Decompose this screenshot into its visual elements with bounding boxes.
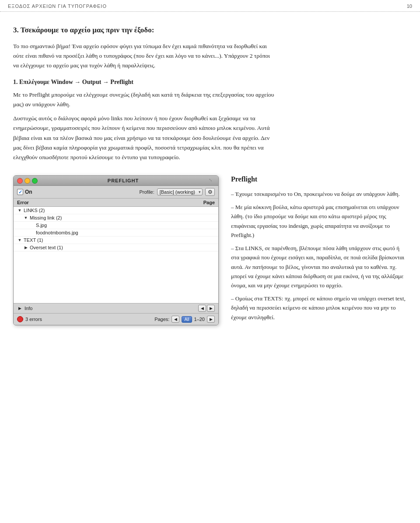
- sub-heading: 1. Επιλέγουμε Window → Output → Prefligh…: [13, 79, 407, 86]
- dialog-toolbar: ✓ On Profile: [Basic] (working) ▾ ⚙: [14, 186, 218, 199]
- error-count: 3 errors: [25, 317, 42, 322]
- minimize-button[interactable]: [24, 178, 30, 184]
- body-para-3: Δυστυχώς αυτός ο διάλογος αφορά μόνο lin…: [13, 114, 276, 162]
- pages-all-button[interactable]: All: [182, 316, 192, 323]
- pages-next-icon[interactable]: ▶: [207, 316, 215, 323]
- lower-section: PREFLIGHT ⤡ ✓ On Profile: [Basic] (worki…: [13, 175, 407, 325]
- on-checkbox[interactable]: ✓: [17, 189, 23, 195]
- body-para-2: Με το Preflight μπορούμε να ελέγχουμε συ…: [13, 90, 276, 110]
- right-col-text-1: – Έχουμε τσεκαρισμένο το On, προκειμένου…: [231, 189, 400, 199]
- nav-prev-icon[interactable]: ◀: [198, 305, 206, 312]
- settings-icon: ⚙: [208, 189, 213, 195]
- toggle-icon: [29, 223, 35, 228]
- titlebar-controls: [17, 178, 38, 184]
- dialog-titlebar: PREFLIGHT ⤡: [14, 176, 218, 186]
- info-row: ▶ Info ◀ ▶: [14, 303, 218, 313]
- table-row[interactable]: ▼ Missing link (2): [14, 214, 218, 222]
- section-heading: 3. Τσεκάρουμε το αρχείο μας πριν την έξο…: [13, 25, 407, 35]
- col-header-page: Page: [189, 200, 215, 205]
- right-col-item-1: – Έχουμε τσεκαρισμένο το On, προκειμένου…: [231, 189, 407, 199]
- profile-label: Profile:: [139, 189, 154, 195]
- profile-value: [Basic] (working): [160, 189, 195, 195]
- profile-icon-button[interactable]: ⚙: [205, 188, 215, 196]
- row-label: Missing link (2): [30, 215, 189, 220]
- preflight-dialog: PREFLIGHT ⤡ ✓ On Profile: [Basic] (worki…: [13, 175, 219, 325]
- toggle-icon[interactable]: ▼: [17, 237, 22, 243]
- right-col-title: Preflight: [231, 175, 407, 183]
- toggle-icon[interactable]: ▼: [17, 208, 22, 213]
- page-header: ΕΞΟΔΟΣ ΑΡΧΕΙΩΝ ΓΙΑ ΤΥΠΟΓΡΑΦΕΙΟ 10: [0, 0, 420, 12]
- toggle-icon[interactable]: ▶: [23, 245, 28, 250]
- dropdown-arrow-icon: ▾: [199, 190, 201, 194]
- sub-heading-text: Επιλέγουμε Window → Output → Preflight: [19, 79, 133, 85]
- profile-dropdown[interactable]: [Basic] (working) ▾: [157, 188, 203, 195]
- row-label: foodnotmbombs.jpg: [36, 230, 189, 235]
- pages-nav-buttons: ◀: [172, 316, 179, 323]
- pages-next-buttons: ▶: [207, 316, 215, 323]
- table-row[interactable]: foodnotmbombs.jpg: [14, 229, 218, 237]
- sub-heading-num: 1.: [13, 79, 18, 85]
- right-col-text-3: – Στα LINKS, σε παρένθεση, βλέπουμε πόσα…: [231, 244, 407, 290]
- page-number: 10: [407, 3, 412, 9]
- info-toggle-icon[interactable]: ▶: [17, 306, 22, 311]
- row-label: Overset text (1): [30, 245, 189, 250]
- table-body: ▼ LINKS (2) ▼ Missing link (2) S.jpg: [14, 207, 218, 303]
- pages-section: Pages: ◀ All 1–20 ▶: [154, 316, 215, 323]
- profile-section: Profile: [Basic] (working) ▾ ⚙: [139, 188, 215, 196]
- toggle-icon: [29, 230, 35, 235]
- info-nav-buttons: ◀ ▶: [198, 305, 215, 312]
- resize-handle[interactable]: ⤡: [209, 178, 215, 184]
- toggle-icon[interactable]: ▼: [23, 215, 28, 220]
- main-content: 3. Τσεκάρουμε το αρχείο μας πριν την έξο…: [0, 12, 420, 334]
- on-label: On: [25, 189, 32, 195]
- table-row[interactable]: ▶ Overset text (1): [14, 244, 218, 251]
- table-header: Error Page: [14, 199, 218, 207]
- maximize-button[interactable]: [32, 178, 38, 184]
- row-label: TEXT (1): [24, 237, 189, 243]
- row-label: LINKS (2): [24, 208, 189, 213]
- right-column: Preflight – Έχουμε τσεκαρισμένο το On, π…: [231, 175, 407, 325]
- row-label: S.jpg: [36, 223, 189, 228]
- error-dot-icon: [17, 316, 23, 322]
- right-col-text-2: – Με μία κόκκινη βούλα, κάτω αριστερά μα…: [231, 202, 407, 240]
- header-title: ΕΞΟΔΟΣ ΑΡΧΕΙΩΝ ΓΙΑ ΤΥΠΟΓΡΑΦΕΙΟ: [8, 3, 107, 9]
- body-para-1: Το πιο σημαντικό βήμα! Ένα αρχείο εφόσον…: [13, 42, 276, 71]
- right-col-item-4: – Ομοίως στα TEXTS: πχ. μπορεί σε κάποιο…: [231, 294, 407, 322]
- on-checkbox-group[interactable]: ✓ On: [17, 189, 32, 195]
- error-indicator: 3 errors: [17, 316, 42, 322]
- dialog-bottombar: 3 errors Pages: ◀ All 1–20 ▶: [14, 313, 218, 325]
- right-col-text-4: – Ομοίως στα TEXTS: πχ. μπορεί σε κάποιο…: [231, 294, 407, 322]
- table-row[interactable]: ▼ LINKS (2): [14, 207, 218, 214]
- pages-prev-icon[interactable]: ◀: [172, 316, 179, 323]
- pages-label: Pages:: [154, 317, 169, 322]
- right-col-item-3: – Στα LINKS, σε παρένθεση, βλέπουμε πόσα…: [231, 244, 407, 290]
- col-header-error: Error: [17, 200, 189, 205]
- table-row[interactable]: S.jpg: [14, 222, 218, 229]
- info-label: Info: [24, 306, 32, 311]
- right-col-item-2: – Με μία κόκκινη βούλα, κάτω αριστερά μα…: [231, 202, 407, 240]
- pages-range: 1–20: [194, 317, 205, 322]
- check-mark: ✓: [18, 190, 22, 195]
- nav-next-icon[interactable]: ▶: [207, 305, 215, 312]
- table-row[interactable]: ▼ TEXT (1): [14, 237, 218, 244]
- dialog-title: PREFLIGHT: [108, 178, 139, 183]
- close-button[interactable]: [17, 178, 23, 184]
